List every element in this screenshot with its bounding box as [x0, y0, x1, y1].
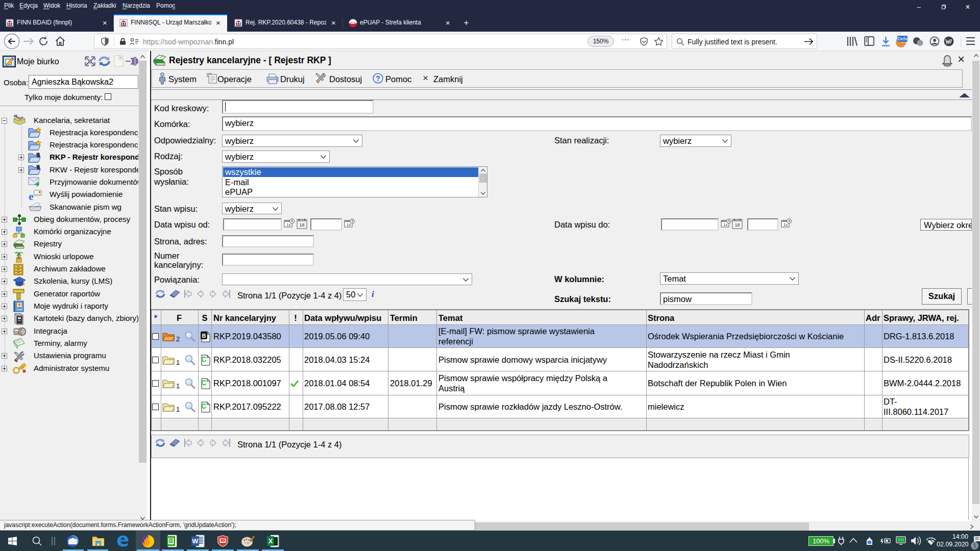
svg-text:C: C: [201, 378, 207, 387]
svg-text:B: B: [202, 333, 206, 339]
svg-text:C: C: [201, 355, 207, 363]
svg-text:1z: 1z: [347, 222, 351, 227]
svg-text:1z: 1z: [723, 222, 727, 227]
svg-text:C: C: [201, 402, 207, 410]
svg-text:Defa: Defa: [897, 36, 907, 41]
svg-text:1z: 1z: [286, 222, 290, 227]
svg-text:18: 18: [734, 222, 740, 228]
svg-text:e: e: [29, 190, 34, 202]
svg-text:18: 18: [299, 222, 304, 228]
svg-text:?: ?: [376, 74, 380, 83]
svg-text:1z: 1z: [783, 222, 788, 227]
svg-text:W: W: [192, 537, 199, 545]
svg-text:X: X: [268, 537, 273, 545]
